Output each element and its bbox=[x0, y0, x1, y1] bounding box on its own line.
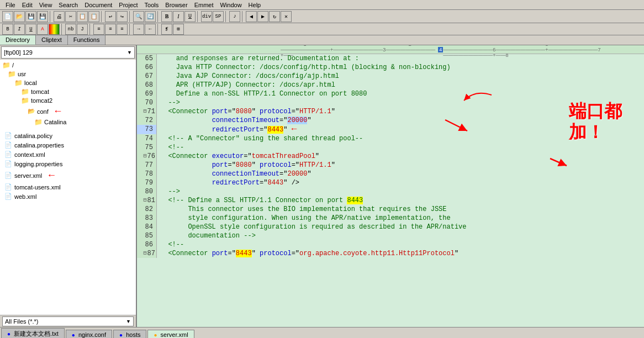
undo-button[interactable]: ↩ bbox=[105, 11, 116, 22]
file-label: catalina.properties bbox=[14, 142, 64, 149]
cut-button[interactable]: ✂ bbox=[65, 11, 76, 22]
replace-button[interactable]: 🔄 bbox=[145, 11, 156, 22]
main-layout: [ftp00] 129 ▼ 📁 / 📁 usr 📁 local 📁 tomcat bbox=[0, 45, 644, 327]
tb2-btn4[interactable]: A bbox=[37, 24, 48, 35]
fold-icon[interactable]: ⊟ bbox=[144, 107, 147, 116]
line-number: 86 bbox=[137, 240, 157, 249]
tab-functions[interactable]: Functions bbox=[68, 35, 106, 45]
browser-refresh-button[interactable]: ↻ bbox=[269, 11, 280, 22]
tb2-j[interactable]: J bbox=[77, 24, 88, 35]
line-number: 84 bbox=[137, 223, 157, 231]
ftp-dropdown[interactable]: [ftp00] 129 ▼ bbox=[1, 46, 135, 59]
tree-local[interactable]: 📁 local bbox=[1, 78, 135, 87]
line-number: 82 bbox=[137, 205, 157, 214]
bold-button[interactable]: B bbox=[161, 11, 172, 22]
red-arrow-serverxml-icon: ← bbox=[46, 170, 56, 181]
open-button[interactable]: 📂 bbox=[14, 11, 25, 22]
line-number: 75 bbox=[137, 143, 157, 152]
tree-root[interactable]: 📁 / bbox=[1, 61, 135, 70]
line-text: documentation --> bbox=[157, 231, 644, 240]
file-web-xml[interactable]: 📄 web.xml bbox=[1, 192, 135, 201]
folder-icon: 📁 bbox=[21, 97, 29, 104]
editor-content[interactable]: 65 and responses are returned. Documenta… bbox=[137, 54, 644, 327]
menu-document[interactable]: Document bbox=[81, 2, 115, 8]
tree-tomcat[interactable]: 📁 tomcat bbox=[1, 87, 135, 96]
line-73: 73 redirectPort="8443" ← bbox=[137, 125, 644, 134]
menu-project[interactable]: Project bbox=[115, 2, 141, 8]
menu-browser[interactable]: Browser bbox=[162, 2, 191, 8]
tb2-btn1[interactable]: B bbox=[2, 24, 13, 35]
menu-tools[interactable]: Tools bbox=[141, 2, 162, 8]
file-tomcat-users-xml[interactable]: 📄 tomcat-users.xml bbox=[1, 182, 135, 192]
line-66: 66 Java HTTP Connector: /docs/config/htt… bbox=[137, 63, 644, 72]
menu-emmet[interactable]: Emmet bbox=[191, 2, 217, 8]
redo-button[interactable]: ↪ bbox=[117, 11, 128, 22]
file-tab-hosts[interactable]: ● hosts bbox=[113, 330, 146, 338]
sp-button[interactable]: SP bbox=[213, 11, 224, 22]
save-button[interactable]: 💾 bbox=[25, 11, 36, 22]
fold-icon[interactable]: ⊟ bbox=[144, 249, 147, 258]
menu-file[interactable]: File bbox=[2, 2, 19, 8]
line-text: Java AJP Connector: /docs/config/ajp.htm… bbox=[157, 72, 644, 81]
find-button[interactable]: 🔍 bbox=[133, 11, 144, 22]
copy-button[interactable]: 📋 bbox=[77, 11, 88, 22]
tb2-indent1[interactable]: → bbox=[133, 24, 144, 35]
line-68: 68 APR (HTTP/AJP) Connector: /docs/apr.h… bbox=[137, 81, 644, 89]
line-87: ⊟87 <Connector port="8443" protocol="org… bbox=[137, 249, 644, 258]
fold-icon[interactable]: ⊟ bbox=[144, 152, 147, 161]
file-tab-nginx[interactable]: ● nginx.conf bbox=[66, 330, 112, 338]
tree-tomcat2[interactable]: 📁 tomcat2 bbox=[1, 96, 135, 105]
file-catalina-properties[interactable]: 📄 catalina.properties bbox=[1, 140, 135, 150]
tree-usr[interactable]: 📁 usr bbox=[1, 70, 135, 78]
line-number: 65 bbox=[137, 54, 157, 63]
file-icon: 📄 bbox=[4, 151, 12, 158]
new-button[interactable]: 📄 bbox=[2, 11, 13, 22]
browser-prev-button[interactable]: ◀ bbox=[246, 11, 257, 22]
line-number: 85 bbox=[137, 231, 157, 240]
tb2-extra1[interactable]: ❡ bbox=[161, 24, 172, 35]
browser-next-button[interactable]: ▶ bbox=[257, 11, 268, 22]
tree-conf[interactable]: 📂 conf ← bbox=[1, 105, 135, 118]
file-tab-label: server.xml bbox=[161, 331, 188, 338]
tb2-btn2[interactable]: I bbox=[14, 24, 25, 35]
tb2-align1[interactable]: ≡ bbox=[93, 24, 104, 35]
file-context-xml[interactable]: 📄 context.xml bbox=[1, 150, 135, 159]
file-tab-server-xml[interactable]: ● server.xml bbox=[147, 330, 194, 338]
line-85: 85 documentation --> bbox=[137, 231, 644, 240]
all-files-dropdown[interactable]: All Files (*.*) ▼ bbox=[2, 316, 134, 326]
menu-search[interactable]: Search bbox=[55, 2, 81, 8]
line-number-foldable: ⊟87 bbox=[137, 249, 157, 258]
file-server-xml[interactable]: 📄 server.xml ← bbox=[1, 168, 135, 182]
sep5 bbox=[197, 11, 199, 22]
menu-view[interactable]: View bbox=[36, 2, 56, 8]
print-button[interactable]: 🖨 bbox=[54, 11, 65, 22]
menu-window[interactable]: Window bbox=[217, 2, 245, 8]
italic-button[interactable]: I bbox=[173, 11, 184, 22]
tb2-align3[interactable]: ≡ bbox=[117, 24, 128, 35]
tb2-extra2[interactable]: ⊞ bbox=[173, 24, 184, 35]
menu-help[interactable]: Help bbox=[245, 2, 265, 8]
browser-stop-button[interactable]: ✕ bbox=[281, 11, 292, 22]
line-number: 74 bbox=[137, 134, 157, 143]
underline-button[interactable]: U bbox=[184, 11, 196, 22]
file-tab-new-txt[interactable]: ● 新建文本文档.txt bbox=[1, 328, 65, 338]
music-button[interactable]: ♪ bbox=[229, 11, 240, 22]
save-all-button[interactable]: 💾 bbox=[37, 11, 48, 22]
tb2-nb[interactable]: nb bbox=[65, 24, 76, 35]
menu-edit[interactable]: Edit bbox=[19, 2, 36, 8]
tb2-btn3[interactable]: U bbox=[25, 24, 36, 35]
tb2-indent2[interactable]: ← bbox=[145, 24, 156, 35]
file-icon: 📄 bbox=[4, 141, 12, 149]
file-catalina-policy[interactable]: 📄 catalina.policy bbox=[1, 131, 135, 140]
paste-button[interactable]: 📋 bbox=[88, 11, 99, 22]
tb2-align2[interactable]: ≡ bbox=[105, 24, 116, 35]
tree-catalina[interactable]: 📁 Catalina bbox=[1, 118, 135, 126]
tb2-color[interactable] bbox=[49, 24, 60, 35]
file-logging-properties[interactable]: 📄 logging.properties bbox=[1, 159, 135, 168]
tab-cliptext[interactable]: Cliptext bbox=[36, 35, 68, 45]
tab-directory[interactable]: Directory bbox=[0, 35, 36, 45]
fold-icon[interactable]: ⊟ bbox=[144, 196, 147, 205]
file-icon: 📄 bbox=[4, 132, 12, 139]
tree-label-tomcat2: tomcat2 bbox=[31, 97, 52, 104]
div-button[interactable]: div bbox=[201, 11, 212, 22]
